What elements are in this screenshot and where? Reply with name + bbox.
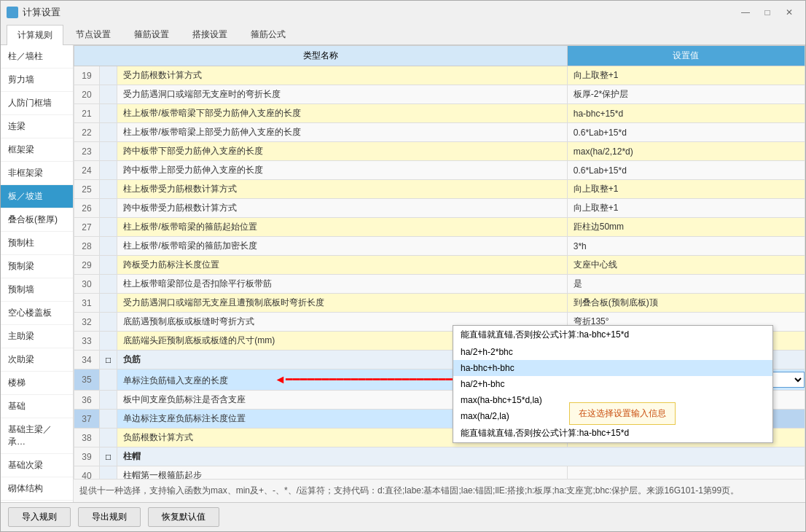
export-rules-button[interactable]: 导出规则 <box>78 507 141 527</box>
dropdown-option-2[interactable]: ha/2+h-2*bhc <box>453 344 772 360</box>
title-bar: 计算设置 — □ ✕ <box>1 1 805 24</box>
row-value[interactable]: 向上取整+1 <box>567 66 805 85</box>
row-35-name: 单标注负筋锚入支座的长度 <box>123 375 228 386</box>
sidebar-item-connecting-beam[interactable]: 连梁 <box>1 115 73 138</box>
title-controls: — □ ✕ <box>735 5 799 20</box>
main-panel: 类型名称 设置值 19 受力筋根数计算方式 向上取整+1 <box>74 45 805 502</box>
window-title: 计算设置 <box>23 6 60 19</box>
table-row-section: 39 □ 柱帽 <box>74 447 805 466</box>
table-row: 19 受力筋根数计算方式 向上取整+1 <box>74 66 805 85</box>
table-row: 30 柱上板带暗梁部位是否扣除平行板带筋 是 <box>74 275 805 294</box>
table-row: 40 柱帽第一根箍筋起步 <box>74 466 805 480</box>
col-header-value: 设置值 <box>567 46 805 66</box>
sidebar-item-masonry[interactable]: 砌体结构 <box>1 477 73 501</box>
sidebar-item-precast-beam[interactable]: 预制梁 <box>1 255 73 278</box>
status-bar: 提供十一种选择，支持输入函数为max、min及+、-、*、/运算符；支持代码：d… <box>74 479 805 502</box>
table-row: 26 跨中板带受力筋根数计算方式 向上取整+1 <box>74 199 805 218</box>
dropdown-option-6[interactable]: max(ha/2,la) <box>453 408 772 424</box>
value-dropdown[interactable]: 能直锚就直锚,否则按公式计算:ha-bhc+15*d ha/2+h-2*bhc … <box>453 325 773 443</box>
tab-stirrup-settings[interactable]: 箍筋设置 <box>123 24 180 44</box>
sidebar-item-main-rib[interactable]: 主助梁 <box>1 325 73 348</box>
tab-overlap-settings[interactable]: 搭接设置 <box>181 24 238 44</box>
table-row: 25 柱上板带受力筋根数计算方式 向上取整+1 <box>74 180 805 199</box>
sidebar-item-foundation-sub-beam[interactable]: 基础次梁 <box>1 454 73 477</box>
close-button[interactable]: ✕ <box>779 5 799 20</box>
table-row: 20 受力筋遇洞口或端部无支座时的弯折长度 板厚-2*保护层 <box>74 85 805 104</box>
table-row: 21 柱上板带/板带暗梁下部受力筋伸入支座的长度 ha-bhc+15*d <box>74 104 805 123</box>
sidebar-item-slab[interactable]: 板／坡道 <box>1 185 73 208</box>
import-rules-button[interactable]: 导入规则 <box>8 507 71 527</box>
maximize-button[interactable]: □ <box>757 5 778 20</box>
minimize-button[interactable]: — <box>735 5 756 20</box>
tab-node-settings[interactable]: 节点设置 <box>65 24 122 44</box>
sidebar-item-civil-defense[interactable]: 人防门框墙 <box>1 92 73 115</box>
sidebar-item-shear-wall[interactable]: 剪力墙 <box>1 69 73 92</box>
sidebar-item-sub-rib[interactable]: 次助梁 <box>1 348 73 372</box>
sidebar: 柱／墙柱 剪力墙 人防门框墙 连梁 框架梁 非框架梁 板／坡道 叠合板(整厚) … <box>1 45 74 502</box>
sidebar-item-column[interactable]: 柱／墙柱 <box>1 45 73 69</box>
table-row: 28 柱上板带/板带暗梁的箍筋加密长度 3*h <box>74 237 805 256</box>
sidebar-item-precast-column[interactable]: 预制柱 <box>1 232 73 255</box>
table-row: 27 柱上板带/板带暗梁的箍筋起始位置 距柱边50mm <box>74 218 805 237</box>
sidebar-item-foundation[interactable]: 基础 <box>1 395 73 418</box>
title-bar-left: 计算设置 <box>7 6 60 19</box>
dropdown-option-4[interactable]: ha/2+h-bhc <box>453 376 772 392</box>
bottom-bar: 导入规则 导出规则 恢复默认值 <box>1 502 805 531</box>
sidebar-item-stairs[interactable]: 楼梯 <box>1 372 73 395</box>
table-container[interactable]: 类型名称 设置值 19 受力筋根数计算方式 向上取整+1 <box>74 45 805 479</box>
red-arrow-icon: ◄━━━━━━━━━━━━━━━━━━━━━━━━━ <box>275 373 469 386</box>
table-row: 23 跨中板带下部受力筋伸入支座的长度 max(ha/2,12*d) <box>74 142 805 161</box>
dropdown-option-3[interactable]: ha-bhc+h-bhc <box>453 360 772 376</box>
dropdown-option-1[interactable]: 能直锚就直锚,否则按公式计算:ha-bhc+15*d <box>453 326 772 344</box>
sidebar-item-composite-slab[interactable]: 叠合板(整厚) <box>1 208 73 232</box>
app-icon <box>7 7 18 18</box>
sidebar-item-foundation-main-beam[interactable]: 基础主梁／承… <box>1 418 73 454</box>
tab-calc-rules[interactable]: 计算规则 <box>7 25 63 45</box>
content-area: 柱／墙柱 剪力墙 人防门框墙 连梁 框架梁 非框架梁 板／坡道 叠合板(整厚) … <box>1 45 805 502</box>
sidebar-item-frame-beam[interactable]: 框架梁 <box>1 138 73 162</box>
row-num: 19 <box>74 66 100 85</box>
sidebar-item-non-frame-beam[interactable]: 非框架梁 <box>1 162 73 185</box>
tab-bar: 计算规则 节点设置 箍筋设置 搭接设置 箍筋公式 <box>1 24 805 45</box>
sidebar-item-precast-wall[interactable]: 预制墙 <box>1 278 73 302</box>
table-row: 22 柱上板带/板带暗梁上部受力筋伸入支座的长度 0.6*Lab+15*d <box>74 123 805 142</box>
table-row: 29 跨板受力筋标注长度位置 支座中心线 <box>74 256 805 275</box>
table-row: 24 跨中板带上部受力筋伸入支座的长度 0.6*Lab+15*d <box>74 161 805 180</box>
tab-stirrup-formula[interactable]: 箍筋公式 <box>240 24 297 44</box>
status-text: 提供十一种选择，支持输入函数为max、min及+、-、*、/运算符；支持代码：d… <box>79 485 739 497</box>
dropdown-option-7[interactable]: 能直锚就直锚,否则按公式计算:ha-bhc+15*d <box>453 424 772 442</box>
table-row: 31 受力筋遇洞口或端部无支座且遭预制底板时弯折长度 到叠合板(预制底板)顶 <box>74 294 805 313</box>
sidebar-item-hollow-slab[interactable]: 空心楼盖板 <box>1 302 73 325</box>
restore-defaults-button[interactable]: 恢复默认值 <box>148 507 219 527</box>
col-header-type: 类型名称 <box>74 46 568 66</box>
main-window: 计算设置 — □ ✕ 计算规则 节点设置 箍筋设置 搭接设置 箍筋公式 柱／墙柱… <box>0 0 806 532</box>
row-name: 受力筋根数计算方式 <box>117 66 567 85</box>
dropdown-option-5[interactable]: max(ha-bhc+15*d,la) <box>453 392 772 408</box>
